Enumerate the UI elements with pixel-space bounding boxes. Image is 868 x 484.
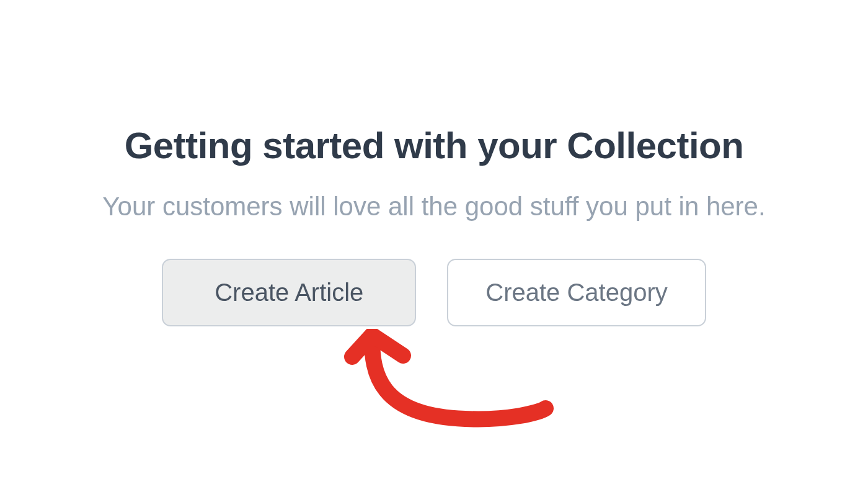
page-subtitle: Your customers will love all the good st… <box>102 192 765 222</box>
page-title: Getting started with your Collection <box>125 124 744 167</box>
button-row: Create Article Create Category <box>162 259 706 326</box>
create-article-button[interactable]: Create Article <box>162 259 416 326</box>
annotation-arrow-icon <box>335 329 570 484</box>
create-category-button[interactable]: Create Category <box>447 259 706 326</box>
